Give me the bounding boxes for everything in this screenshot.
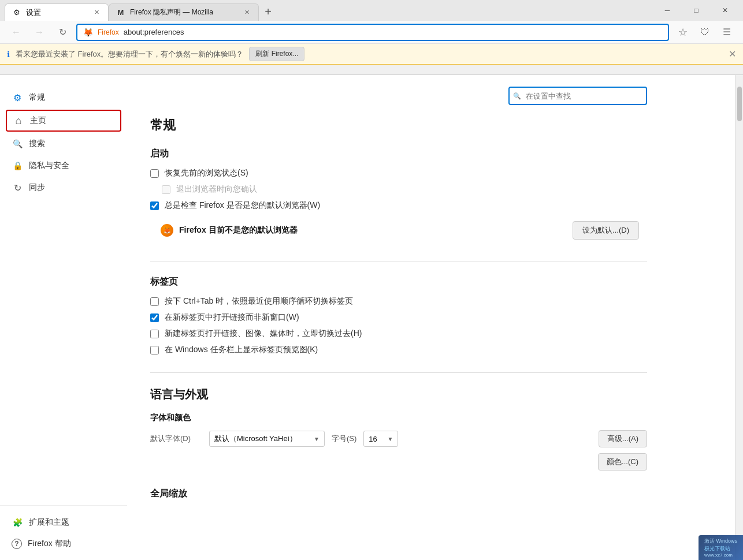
colors-button[interactable]: 颜色...(C) xyxy=(598,453,647,471)
default-browser-text: Firefox 目前不是您的默认浏览器 xyxy=(179,225,298,236)
sidebar-item-home[interactable]: ⌂ 主页 xyxy=(6,110,121,132)
font-row: 默认字体(D) 默认（Microsoft YaHei） ▼ 字号(S) 16 ▼… xyxy=(150,430,647,447)
privacy-tab-close[interactable]: ✕ xyxy=(242,8,251,17)
sidebar-sync-label: 同步 xyxy=(29,182,45,193)
confirm-quit-checkbox-row: 退出浏览器时向您确认 xyxy=(162,184,647,195)
restore-label: 恢复先前的浏览状态(S) xyxy=(165,168,248,178)
sidebar-help-label: Firefox 帮助 xyxy=(28,539,71,549)
address-text: about:preferences xyxy=(124,28,184,36)
sidebar-item-privacy[interactable]: 🔒 隐私与安全 xyxy=(0,155,127,177)
scrollbar-thumb[interactable] xyxy=(737,87,742,121)
advanced-button[interactable]: 高级...(A) xyxy=(599,430,647,447)
forward-button[interactable]: → xyxy=(30,23,49,42)
info-bar: ℹ 看来您最近安装了 Firefox。想要清理一下，有个焕然一新的体验吗？ 刷新… xyxy=(0,44,743,65)
settings-search-input[interactable] xyxy=(508,87,647,105)
startup-title: 启动 xyxy=(150,148,647,160)
ctrl-tab-checkbox-row: 按下 Ctrl+Tab 时，依照最近使用顺序循环切换标签页 xyxy=(150,296,647,307)
home-icon: ⌂ xyxy=(13,115,24,126)
back-button[interactable]: ← xyxy=(7,23,25,42)
info-message: 看来您最近安装了 Firefox。想要清理一下，有个焕然一新的体验吗？ xyxy=(16,49,243,59)
refresh-button[interactable]: ↻ xyxy=(53,23,72,42)
fonts-colors-title: 字体和颜色 xyxy=(150,413,647,423)
shield-icon[interactable]: 🛡 xyxy=(696,23,714,42)
switch-on-open-label: 新建标签页打开链接、图像、媒体时，立即切换过去(H) xyxy=(165,328,362,339)
taskbar-preview-checkbox[interactable] xyxy=(150,346,159,354)
refresh-firefox-button[interactable]: 刷新 Firefox... xyxy=(249,47,304,61)
firefox-icon: 🦊 xyxy=(83,28,93,37)
minimize-button[interactable]: ─ xyxy=(654,2,681,19)
close-button[interactable]: ✕ xyxy=(712,2,738,19)
bookmark-icon[interactable]: ☆ xyxy=(674,23,692,42)
default-browser-row: 🦊 Firefox 目前不是您的默认浏览器 设为默认...(D) xyxy=(153,216,647,244)
ctrl-tab-label: 按下 Ctrl+Tab 时，依照最近使用顺序循环切换标签页 xyxy=(165,296,353,307)
privacy-tab-icon: M xyxy=(116,8,125,17)
settings-search-wrap xyxy=(508,87,647,105)
page-content: ⚙ 常规 ⌂ 主页 🔍 搜索 🔒 隐私与安全 ↻ 同步 xyxy=(0,75,743,560)
font-value: 默认（Microsoft YaHei） xyxy=(214,434,297,444)
settings-tab-icon: ⚙ xyxy=(12,8,21,17)
restore-checkbox-row: 恢复先前的浏览状态(S) xyxy=(150,168,647,178)
confirm-quit-label: 退出浏览器时向您确认 xyxy=(176,184,257,195)
sidebar-general-label: 常规 xyxy=(29,92,45,103)
open-in-tab-checkbox[interactable] xyxy=(150,313,159,322)
address-bar[interactable]: 🦊 Firefox about:preferences xyxy=(76,24,669,41)
sync-icon: ↻ xyxy=(12,182,23,193)
default-check-checkbox[interactable] xyxy=(150,201,159,210)
appearance-title: 语言与外观 xyxy=(150,387,647,402)
search-nav-icon: 🔍 xyxy=(12,138,23,150)
settings-tab-close[interactable]: ✕ xyxy=(92,8,101,17)
font-select[interactable]: 默认（Microsoft YaHei） ▼ xyxy=(209,431,325,447)
scrollbar-track[interactable] xyxy=(735,75,743,560)
sidebar-item-sync[interactable]: ↻ 同步 xyxy=(0,177,127,199)
startup-section: 启动 恢复先前的浏览状态(S) 退出浏览器时向您确认 总是检查 Firefox … xyxy=(150,148,647,244)
lock-icon: 🔒 xyxy=(12,160,23,171)
sidebar-themes-label: 扩展和主题 xyxy=(29,517,69,528)
divider-2 xyxy=(150,372,647,373)
firefox-globe-icon: 🦊 xyxy=(161,224,173,237)
browser-chrome: ⚙ 设置 ✕ M Firefox 隐私声明 — Mozilla ✕ + ─ □ … xyxy=(0,0,743,75)
new-tab-button[interactable]: + xyxy=(259,2,277,21)
themes-icon: 🧩 xyxy=(12,517,23,528)
set-default-button[interactable]: 设为默认...(D) xyxy=(573,221,639,240)
tab-privacy[interactable]: M Firefox 隐私声明 — Mozilla ✕ xyxy=(109,3,259,21)
taskbar-preview-label: 在 Windows 任务栏上显示标签页预览图(K) xyxy=(165,345,318,355)
tab-group: ⚙ 设置 ✕ M Firefox 隐私声明 — Mozilla ✕ + xyxy=(5,0,277,21)
default-browser-info: 🦊 Firefox 目前不是您的默认浏览器 xyxy=(161,224,573,237)
sidebar-item-search[interactable]: 🔍 搜索 xyxy=(0,133,127,155)
sidebar-item-themes[interactable]: 🧩 扩展和主题 xyxy=(0,512,127,533)
tab-settings[interactable]: ⚙ 设置 ✕ xyxy=(5,3,109,21)
confirm-quit-checkbox xyxy=(162,185,170,194)
size-label: 字号(S) xyxy=(332,434,356,444)
sidebar-item-general[interactable]: ⚙ 常规 xyxy=(0,87,127,109)
switch-on-open-checkbox[interactable] xyxy=(150,330,159,338)
sidebar-privacy-label: 隐私与安全 xyxy=(29,160,69,171)
open-in-tab-checkbox-row: 在新标签页中打开链接而非新窗口(W) xyxy=(150,312,647,323)
general-icon: ⚙ xyxy=(12,92,23,103)
maximize-button[interactable]: □ xyxy=(683,2,709,19)
title-bar: ⚙ 设置 ✕ M Firefox 隐私声明 — Mozilla ✕ + ─ □ … xyxy=(0,0,743,21)
default-check-checkbox-row: 总是检查 Firefox 是否是您的默认浏览器(W) xyxy=(150,200,647,211)
watermark: 激活 Windows 极光下载站 www.xz7.com xyxy=(699,535,743,560)
info-close-button[interactable]: ✕ xyxy=(729,48,736,59)
tabs-section: 标签页 按下 Ctrl+Tab 时，依照最近使用顺序循环切换标签页 在新标签页中… xyxy=(150,276,647,355)
sidebar: ⚙ 常规 ⌂ 主页 🔍 搜索 🔒 隐私与安全 ↻ 同步 xyxy=(0,75,127,560)
divider-1 xyxy=(150,262,647,262)
restore-checkbox[interactable] xyxy=(150,169,159,178)
toolbar-right: ☆ 🛡 ☰ xyxy=(674,23,736,42)
font-size-arrow: ▼ xyxy=(387,436,393,442)
menu-icon[interactable]: ☰ xyxy=(718,23,736,42)
size-value: 16 xyxy=(369,435,377,443)
toolbar: ← → ↻ 🦊 Firefox about:preferences ☆ 🛡 ☰ xyxy=(0,21,743,44)
sidebar-home-label: 主页 xyxy=(30,115,46,126)
font-size-select[interactable]: 16 ▼ xyxy=(363,431,398,447)
appearance-section: 语言与外观 字体和颜色 默认字体(D) 默认（Microsoft YaHei） … xyxy=(150,387,647,471)
sidebar-item-help[interactable]: ? Firefox 帮助 xyxy=(0,533,127,554)
privacy-tab-label: Firefox 隐私声明 — Mozilla xyxy=(130,8,213,17)
colors-row: 颜色...(C) xyxy=(150,453,647,471)
tabs-title: 标签页 xyxy=(150,276,647,288)
font-select-arrow: ▼ xyxy=(314,436,320,442)
font-label: 默认字体(D) xyxy=(150,434,202,444)
default-check-label: 总是检查 Firefox 是否是您的默认浏览器(W) xyxy=(165,200,320,211)
ctrl-tab-checkbox[interactable] xyxy=(150,297,159,306)
switch-on-open-checkbox-row: 新建标签页打开链接、图像、媒体时，立即切换过去(H) xyxy=(150,328,647,339)
